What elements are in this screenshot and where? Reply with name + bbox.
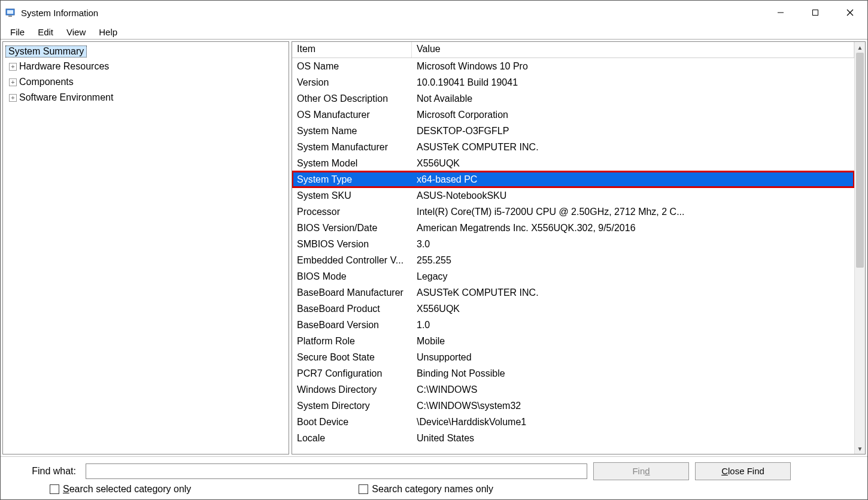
cell-item: BaseBoard Product — [292, 304, 412, 314]
tree-item-hardware-resources[interactable]: + Hardware Resources — [5, 59, 286, 74]
system-information-window: System Information File Edit View Help S… — [0, 0, 868, 500]
table-row[interactable]: Boot Device\Device\HarddiskVolume1 — [292, 414, 854, 430]
table-row[interactable]: System NameDESKTOP-O3FGFLP — [292, 123, 854, 139]
table-row[interactable]: Embedded Controller V...255.255 — [292, 252, 854, 268]
cell-value: ASUS-NotebookSKU — [412, 190, 854, 201]
table-row[interactable]: System DirectoryC:\WINDOWS\system32 — [292, 398, 854, 414]
table-row[interactable]: Version10.0.19041 Build 19041 — [292, 74, 854, 90]
maximize-button[interactable] — [798, 1, 833, 25]
table-row[interactable]: BaseBoard ManufacturerASUSTeK COMPUTER I… — [292, 284, 854, 301]
table-row[interactable]: BIOS Version/DateAmerican Megatrends Inc… — [292, 220, 854, 236]
cell-value: ASUSTeK COMPUTER INC. — [412, 142, 854, 153]
cell-value: 1.0 — [412, 320, 854, 331]
table-row[interactable]: Platform RoleMobile — [292, 333, 854, 349]
vertical-scrollbar[interactable]: ▲ ▼ — [854, 42, 865, 454]
table-row[interactable]: BaseBoard Version1.0 — [292, 317, 854, 333]
expand-icon[interactable]: + — [9, 63, 17, 71]
cell-item: Version — [292, 77, 412, 88]
tree-item-label: Components — [19, 77, 74, 87]
scroll-down-icon[interactable]: ▼ — [855, 443, 865, 454]
scroll-thumb[interactable] — [856, 53, 864, 268]
find-input[interactable] — [86, 463, 587, 479]
scroll-up-icon[interactable]: ▲ — [855, 42, 865, 53]
cell-item: System Manufacturer — [292, 142, 412, 153]
cell-value: American Megatrends Inc. X556UQK.302, 9/… — [412, 223, 854, 234]
cell-value: ASUSTeK COMPUTER INC. — [412, 287, 854, 298]
cell-value: 10.0.19041 Build 19041 — [412, 77, 854, 88]
expand-icon[interactable]: + — [9, 94, 17, 102]
menu-view[interactable]: View — [60, 27, 92, 37]
table-row[interactable]: System ManufacturerASUSTeK COMPUTER INC. — [292, 139, 854, 155]
tree-item-label: Hardware Resources — [19, 61, 109, 72]
cell-value: 255.255 — [412, 255, 854, 266]
cell-item: OS Manufacturer — [292, 110, 412, 120]
cell-item: Windows Directory — [292, 384, 412, 395]
cell-value: Intel(R) Core(TM) i5-7200U CPU @ 2.50GHz… — [412, 207, 854, 217]
app-icon — [5, 7, 16, 18]
table-row[interactable]: Secure Boot StateUnsupported — [292, 349, 854, 365]
find-bar: Find what: Find Close Find Search select… — [1, 456, 867, 499]
cell-item: Embedded Controller V... — [292, 255, 412, 266]
table-row[interactable]: SMBIOS Version3.0 — [292, 236, 854, 252]
table-row[interactable]: LocaleUnited States — [292, 430, 854, 446]
cell-value: X556UQK — [412, 304, 854, 314]
menu-help[interactable]: Help — [93, 27, 123, 37]
cell-item: BaseBoard Manufacturer — [292, 287, 412, 298]
table-row[interactable]: OS NameMicrosoft Windows 10 Pro — [292, 58, 854, 74]
cell-value: \Device\HarddiskVolume1 — [412, 417, 854, 428]
search-selected-checkbox[interactable]: Search selected category only — [50, 484, 191, 495]
tree-item-software-environment[interactable]: + Software Environment — [5, 90, 286, 105]
menubar: File Edit View Help — [1, 25, 867, 39]
expand-icon[interactable]: + — [9, 78, 17, 86]
cell-item: Secure Boot State — [292, 352, 412, 363]
table-row[interactable]: ProcessorIntel(R) Core(TM) i5-7200U CPU … — [292, 204, 854, 220]
tree-item-label: Software Environment — [19, 92, 113, 103]
cell-value: Legacy — [412, 271, 854, 282]
cell-value: Mobile — [412, 336, 854, 347]
menu-file[interactable]: File — [4, 27, 31, 37]
details-grid[interactable]: Item Value OS NameMicrosoft Windows 10 P… — [292, 42, 854, 454]
cell-value: 3.0 — [412, 239, 854, 250]
table-row[interactable]: System SKUASUS-NotebookSKU — [292, 187, 854, 204]
cell-value: C:\WINDOWS — [412, 384, 854, 395]
cell-item: BIOS Mode — [292, 271, 412, 282]
tree-item-components[interactable]: + Components — [5, 74, 286, 90]
search-names-checkbox[interactable]: Search category names only — [359, 484, 493, 495]
scroll-track[interactable] — [855, 53, 865, 443]
cell-item: BaseBoard Version — [292, 320, 412, 331]
table-row[interactable]: System Typex64-based PC — [292, 171, 854, 187]
cell-item: Locale — [292, 433, 412, 444]
cell-item: Processor — [292, 207, 412, 217]
cell-value: X556UQK — [412, 158, 854, 169]
cell-item: System Model — [292, 158, 412, 169]
column-header-value[interactable]: Value — [412, 42, 854, 57]
cell-value: Binding Not Possible — [412, 368, 854, 379]
table-row[interactable]: PCR7 ConfigurationBinding Not Possible — [292, 365, 854, 381]
cell-value: United States — [412, 433, 854, 444]
table-row[interactable]: System ModelX556UQK — [292, 155, 854, 171]
table-row[interactable]: BIOS ModeLegacy — [292, 268, 854, 284]
category-tree[interactable]: System Summary + Hardware Resources + Co… — [2, 41, 289, 454]
table-row[interactable]: Windows DirectoryC:\WINDOWS — [292, 381, 854, 398]
cell-item: OS Name — [292, 61, 412, 72]
table-row[interactable]: Other OS DescriptionNot Available — [292, 90, 854, 107]
titlebar: System Information — [1, 1, 867, 25]
close-button[interactable] — [833, 1, 867, 25]
cell-item: System Type — [292, 174, 412, 185]
table-row[interactable]: BaseBoard ProductX556UQK — [292, 301, 854, 317]
tree-root-system-summary[interactable]: System Summary — [5, 46, 87, 57]
checkbox-icon[interactable] — [50, 484, 59, 494]
minimize-button[interactable] — [763, 1, 798, 25]
checkbox-icon[interactable] — [359, 484, 368, 494]
cell-value: Microsoft Corporation — [412, 110, 854, 120]
cell-item: Other OS Description — [292, 93, 412, 104]
cell-value: x64-based PC — [412, 174, 854, 185]
find-what-label: Find what: — [8, 466, 80, 477]
close-find-button[interactable]: Close Find — [695, 462, 791, 480]
cell-item: System Directory — [292, 401, 412, 411]
column-header-item[interactable]: Item — [292, 42, 412, 57]
cell-item: BIOS Version/Date — [292, 223, 412, 234]
find-button[interactable]: Find — [593, 462, 689, 480]
table-row[interactable]: OS ManufacturerMicrosoft Corporation — [292, 107, 854, 123]
menu-edit[interactable]: Edit — [32, 27, 59, 37]
